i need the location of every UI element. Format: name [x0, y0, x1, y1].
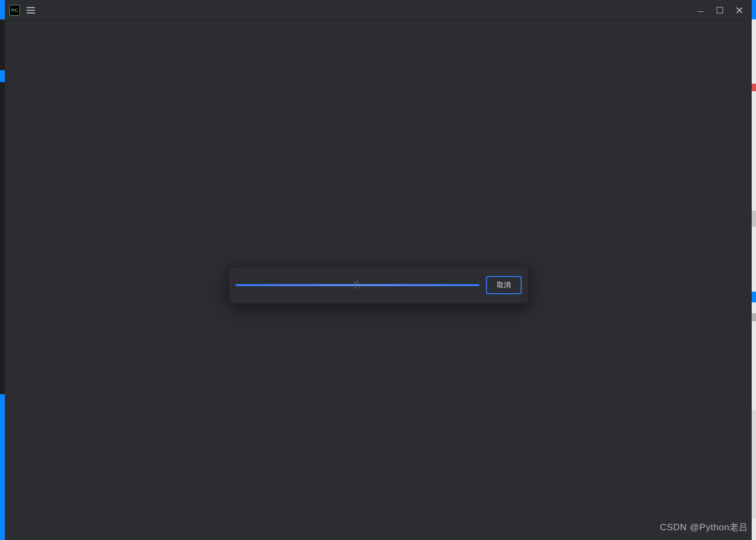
maximize-button[interactable]: [716, 6, 724, 14]
maximize-icon: [717, 7, 723, 14]
bg-accent: [752, 313, 756, 321]
cancel-button[interactable]: 取消: [486, 276, 522, 294]
bg-accent: [0, 394, 5, 540]
bg-accent: [0, 70, 5, 82]
minimize-icon: [698, 8, 704, 12]
window-controls: [697, 6, 747, 14]
svg-line-3: [359, 287, 360, 288]
progress-bar: [235, 284, 480, 286]
minimize-button[interactable]: [697, 6, 704, 14]
svg-line-2: [354, 282, 355, 283]
bg-accent: [752, 410, 756, 518]
svg-line-6: [354, 287, 355, 288]
spinner-icon: [352, 280, 363, 291]
bg-accent: [0, 0, 5, 19]
close-icon: [735, 6, 743, 14]
close-button[interactable]: [735, 6, 743, 14]
bg-accent: [752, 211, 756, 227]
watermark-text: CSDN @Python老吕: [660, 521, 748, 534]
bg-accent: [752, 84, 756, 91]
progress-dialog: 取消: [228, 266, 529, 304]
app-icon: PC: [9, 5, 20, 16]
svg-line-7: [359, 282, 360, 283]
title-bar: PC: [5, 0, 752, 21]
bg-accent: [752, 0, 756, 19]
app-window: PC: [5, 0, 752, 535]
content-area: 取消: [5, 21, 752, 535]
bg-accent: [752, 292, 756, 302]
hamburger-menu-icon[interactable]: [26, 7, 35, 14]
